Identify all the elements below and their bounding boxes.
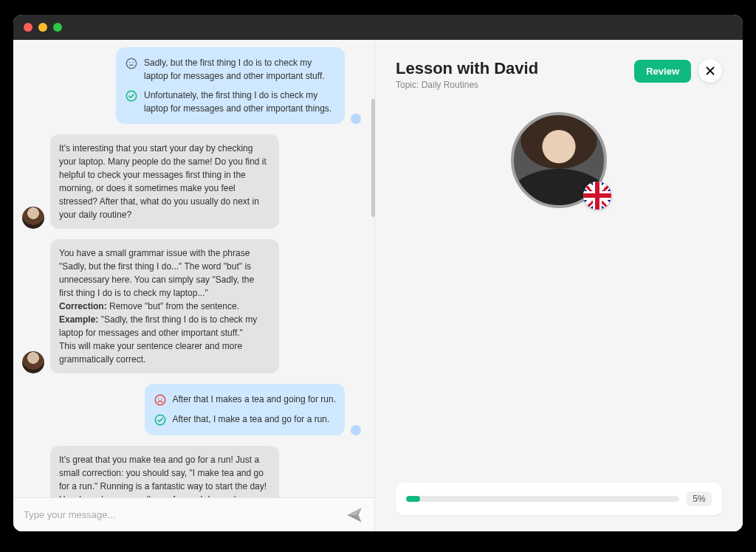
svg-point-5: [155, 395, 165, 405]
neutral-face-icon: [125, 57, 138, 70]
user-bubble: After that I makes a tea and going for r…: [145, 384, 345, 435]
close-button[interactable]: [698, 59, 722, 83]
bot-bubble: It's great that you make tea and go for …: [50, 446, 279, 497]
feedback-label: Correction:: [59, 301, 107, 311]
header-actions: Review: [634, 59, 722, 83]
check-circle-icon: [154, 413, 167, 427]
original-sentence-text: Sadly, but the first thing I do is to ch…: [144, 56, 336, 83]
svg-point-0: [126, 58, 137, 69]
progress-track: [406, 496, 679, 502]
corrected-sentence-line: After that, I make a tea and go for a ru…: [154, 411, 336, 428]
feedback-line: You have a small grammar issue with the …: [59, 246, 270, 300]
svg-point-7: [161, 399, 162, 400]
maximize-window-dot[interactable]: [53, 23, 62, 32]
feedback-line: This will make your sentence clearer and…: [59, 339, 270, 366]
original-sentence-line: After that I makes a tea and going for r…: [154, 391, 336, 408]
titlebar: [13, 15, 743, 40]
original-sentence-text: After that I makes a tea and going for r…: [173, 393, 336, 406]
corrected-sentence-text: After that, I make a tea and go for a ru…: [173, 413, 330, 426]
svg-point-6: [157, 399, 159, 400]
lesson-heading: Lesson with David Topic: Daily Routines: [396, 59, 538, 90]
lesson-panel: Lesson with David Topic: Daily Routines …: [375, 40, 743, 531]
feedback-line: Correction: Remove "but" from the senten…: [59, 300, 270, 313]
progress-fill: [406, 496, 420, 502]
bot-bubble: It's interesting that you start your day…: [50, 134, 279, 229]
close-window-dot[interactable]: [24, 23, 32, 32]
chat-scroll[interactable]: Sadly, but the first thing I do is to ch…: [13, 40, 374, 497]
bot-avatar: [22, 207, 44, 229]
window-controls: [24, 23, 62, 32]
review-button[interactable]: Review: [634, 60, 691, 83]
sad-face-icon: [154, 393, 167, 407]
feedback-text: You have a small grammar issue with the …: [59, 248, 254, 298]
svg-point-8: [155, 415, 165, 425]
lesson-title: Lesson with David: [396, 59, 538, 78]
lesson-header: Lesson with David Topic: Daily Routines …: [396, 59, 722, 90]
message-input-bar: [13, 497, 374, 531]
scrollbar-thumb[interactable]: [371, 99, 375, 217]
user-bubble: Sadly, but the first thing I do is to ch…: [116, 47, 345, 124]
user-avatar: [351, 425, 361, 435]
lesson-topic-value: Daily Routines: [422, 80, 478, 90]
user-message-row: After that I makes a tea and going for r…: [22, 384, 361, 435]
check-circle-icon: [125, 89, 138, 103]
svg-point-2: [132, 62, 134, 63]
corrected-sentence-text: Unfortunately, the first thing I do is c…: [144, 89, 336, 115]
tutor-flag-badge: [583, 182, 611, 210]
app-window: Sadly, but the first thing I do is to ch…: [13, 15, 743, 531]
svg-point-1: [129, 62, 131, 63]
bot-avatar: [22, 351, 44, 373]
progress-percent: 5%: [687, 491, 712, 506]
minimize-window-dot[interactable]: [38, 23, 47, 32]
chat-panel: Sadly, but the first thing I do is to ch…: [13, 40, 375, 531]
feedback-line: Example: "Sadly, the first thing I do is…: [59, 313, 270, 339]
message-input[interactable]: [24, 509, 337, 520]
lesson-progress: 5%: [396, 483, 722, 515]
feedback-text: Remove "but" from the sentence.: [107, 301, 239, 311]
feedback-label: Example:: [59, 314, 98, 325]
close-icon: [704, 64, 717, 77]
lesson-topic-prefix: Topic:: [396, 80, 422, 90]
corrected-sentence-line: Unfortunately, the first thing I do is c…: [125, 87, 336, 117]
content: Sadly, but the first thing I do is to ch…: [13, 40, 743, 531]
send-button[interactable]: [345, 506, 364, 525]
send-icon: [345, 506, 364, 525]
bot-message-row: It's great that you make tea and go for …: [22, 446, 361, 497]
bot-bubble: You have a small grammar issue with the …: [50, 239, 279, 373]
bot-message-row: It's interesting that you start your day…: [22, 134, 361, 229]
bot-message-row: You have a small grammar issue with the …: [22, 239, 361, 373]
svg-point-4: [126, 91, 137, 101]
original-sentence-line: Sadly, but the first thing I do is to ch…: [125, 55, 336, 84]
user-message-row: Sadly, but the first thing I do is to ch…: [22, 47, 361, 124]
tutor-avatar-container: [511, 112, 607, 208]
lesson-topic: Topic: Daily Routines: [396, 80, 538, 90]
user-avatar: [351, 114, 361, 124]
uk-flag-icon: [583, 182, 611, 210]
feedback-text: This will make your sentence clearer and…: [59, 341, 242, 365]
